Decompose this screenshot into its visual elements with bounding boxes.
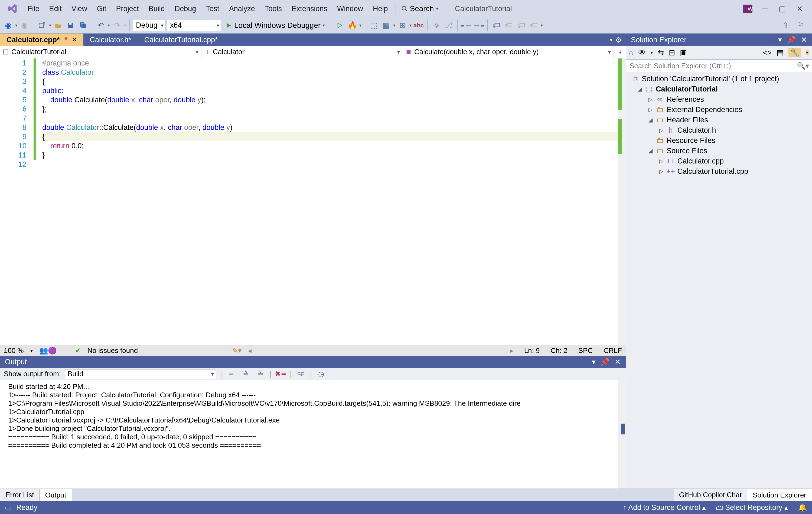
timer-icon[interactable]: ◷ [316,369,326,380]
minimize-icon[interactable]: ─ [760,4,770,13]
search-box[interactable]: Search ▾ [399,4,441,13]
copilot-icon[interactable]: 👥🟣 [39,346,57,355]
home-icon[interactable]: ⌂ [629,49,633,57]
brush-icon[interactable]: ✎▾ [232,346,241,355]
nav-class[interactable]: Calculator [201,46,403,58]
source-file-node[interactable]: ▷ ++ CalculatorTutorial.cpp [628,166,810,177]
view-icon[interactable]: 👁 [638,48,646,57]
clear-icon[interactable]: ✖≣ [276,369,286,380]
maximize-icon[interactable]: ▢ [777,4,787,13]
arrow-left-icon[interactable]: ◂ [248,346,252,355]
menu-build[interactable]: Build [144,2,170,15]
menu-test[interactable]: Test [201,2,224,15]
tab-copilot[interactable]: GitHub Copilot Chat [674,489,747,501]
next-icon[interactable]: ≚ [255,369,266,380]
start-debug-button[interactable]: Local Windows Debugger ▾ [223,20,328,31]
pin-icon[interactable]: 📌 [787,35,796,44]
save-icon[interactable] [65,20,76,31]
tab-gear-icon[interactable]: ⚙ [615,35,622,44]
menu-file[interactable]: File [23,2,45,15]
nav-member[interactable]: Calculate(double x, char oper, double y) [403,46,614,58]
new-project-icon[interactable] [36,20,48,31]
wrench-icon[interactable]: 🔧 [788,48,801,57]
menu-tools[interactable]: Tools [260,2,287,15]
source-control-button[interactable]: ↑ Add to Source Control ▴ [623,503,706,512]
menu-window[interactable]: Window [332,2,368,15]
wrap-icon[interactable]: ⮓ [295,369,306,380]
output-icon[interactable]: ▭ [5,503,12,512]
menu-view[interactable]: View [67,2,92,15]
code-editor[interactable]: 123456789101112 #pragma once⌄class Calcu… [0,58,626,345]
menu-extensions[interactable]: Extensions [287,2,332,15]
dropdown-icon[interactable]: ▾ [592,358,596,366]
dedent-icon[interactable]: ≡← [461,20,472,31]
undo-icon[interactable]: ↶ [95,20,106,31]
live-share-icon[interactable]: ⇪ [780,20,791,31]
cpp-file-icon: ++ [667,167,675,176]
document-tab[interactable]: Calculator.h* [83,34,138,46]
platform-dropdown[interactable]: x64 [167,20,221,31]
show-all-icon[interactable]: ▣ [680,48,687,57]
tab-sol-explorer[interactable]: Solution Explorer [747,489,812,501]
output-text[interactable]: Build started at 4:20 PM... 1>------ Bui… [0,380,626,489]
references-node[interactable]: ▷ ▫▫ References [628,94,810,104]
tab-dropdown-icon[interactable]: ⋯ ▾ [603,36,612,43]
select-repo-button[interactable]: 🗃 Select Repository ▴ [716,503,788,512]
menu-debug[interactable]: Debug [170,2,201,15]
indent-icon[interactable]: →≡ [473,20,484,31]
code-icon[interactable]: <> [763,49,772,57]
back-icon[interactable]: ◉ [3,20,13,31]
menu-help[interactable]: Help [368,2,393,15]
header-file-node[interactable]: ▷ h Calculator.h [628,125,810,135]
grid-icon[interactable]: ▦ [381,20,392,31]
abc-icon[interactable]: abc [413,20,424,31]
close-icon[interactable]: ✕ [801,35,807,44]
nav-scope[interactable]: CalculatorTutorial [0,46,201,58]
tab-output[interactable]: Output [39,489,72,501]
split-icon[interactable]: ⫞ [614,46,626,58]
close-icon[interactable]: ✕ [795,4,805,13]
account-icon[interactable]: TW [743,5,752,13]
menu-analyze[interactable]: Analyze [224,2,260,15]
step-icon[interactable]: ⬚ [368,20,379,31]
editor-scrollbar[interactable] [617,58,626,345]
config-dropdown[interactable]: Debug [133,20,166,31]
close-icon[interactable]: ✕ [72,36,77,43]
pin-icon[interactable]: 📌 [601,358,610,366]
source-file-node[interactable]: ▷ ++ Calculator.cpp [628,156,810,166]
output-from-label: Show output from: [4,370,61,378]
open-icon[interactable] [53,20,64,31]
external-deps-node[interactable]: ▷ 🗀 External Dependencies [628,104,810,115]
document-tab[interactable]: Calculator.cpp*📍✕ [0,34,83,46]
solution-search[interactable]: Search Solution Explorer (Ctrl+;) 🔍▾ [626,60,812,72]
document-tab[interactable]: CalculatorTutorial.cpp* [138,34,225,46]
dropdown-icon[interactable]: ▾ [778,35,782,44]
prev-icon[interactable]: ≙ [240,369,251,380]
feedback-icon[interactable]: ⚐ [795,20,806,31]
tab-error-list[interactable]: Error List [0,489,39,501]
save-all-icon[interactable] [78,20,89,31]
resource-files-node[interactable]: ▷ 🗀 Resource Files [628,135,810,146]
bookmark-icon[interactable]: 🏷 [491,20,502,31]
sync-icon[interactable]: ⊟ [669,48,675,57]
solution-tree[interactable]: ⧉ Solution 'CalculatorTutorial' (1 of 1 … [626,72,812,178]
output-source-dropdown[interactable]: Build [65,369,216,379]
notifications-icon[interactable]: 🔔 [798,503,807,512]
menu-git[interactable]: Git [92,2,111,15]
back-icon[interactable]: ⇆ [658,48,664,57]
hot-reload-icon[interactable]: 🔥 [347,20,358,31]
project-node[interactable]: ◢ ⬚ CalculatorTutorial [628,84,810,94]
zoom[interactable]: 100 % [4,346,24,355]
props-icon[interactable]: ▤ [777,48,784,57]
source-files-node[interactable]: ◢ 🗀 Source Files [628,146,810,156]
header-files-node[interactable]: ◢ 🗀 Header Files [628,115,810,125]
search-placeholder: Search Solution Explorer (Ctrl+;) [630,62,731,70]
menu-project[interactable]: Project [111,2,144,15]
start-without-debug-icon[interactable] [335,20,345,31]
snap-icon[interactable]: ⊞ [397,20,408,31]
menu-edit[interactable]: Edit [45,2,67,15]
pin-icon[interactable]: 📍 [62,36,69,43]
close-icon[interactable]: ✕ [615,358,621,366]
solution-node[interactable]: ⧉ Solution 'CalculatorTutorial' (1 of 1 … [628,73,810,84]
bm-icon[interactable]: ⎆ [431,20,442,31]
